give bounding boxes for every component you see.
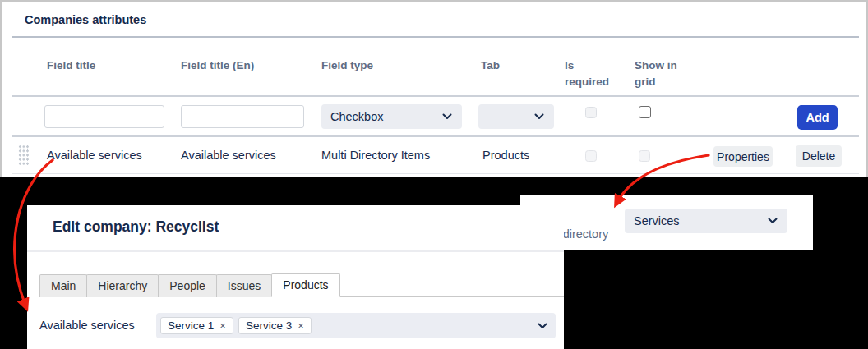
chevron-down-icon — [538, 323, 547, 329]
chip-label: Service 1 — [168, 319, 214, 332]
available-services-label: Available services — [39, 319, 135, 332]
dialog-tab-bar: Main Hierarchy People Issues Products — [39, 273, 564, 297]
dialog-title: Edit company: Recyclist — [53, 218, 219, 236]
field-title-en-input[interactable] — [181, 105, 304, 128]
tab-hierarchy[interactable]: Hierarchy — [86, 274, 159, 297]
row-bottom-divider — [12, 173, 859, 174]
show-in-grid-checkbox-new[interactable] — [639, 106, 651, 118]
cell-field-title-en: Available services — [181, 149, 276, 162]
input-row-divider — [12, 135, 859, 137]
cell-field-title: Available services — [47, 149, 142, 162]
column-header-field-type: Field type — [321, 57, 420, 74]
title-divider — [12, 36, 859, 38]
chip-service-3: Service 3 × — [238, 317, 312, 334]
field-type-select[interactable]: Checkbox — [321, 104, 462, 129]
chip-label: Service 3 — [246, 319, 292, 332]
column-header-field-title-en: Field title (En) — [181, 57, 296, 74]
edit-company-dialog: Edit company: Recyclist Main Hierarchy P… — [27, 205, 564, 349]
field-type-selected-value: Checkbox — [330, 110, 383, 123]
cell-tab: Products — [482, 149, 529, 162]
drag-handle-icon[interactable] — [18, 145, 30, 166]
cell-field-type: Multi Directory Items — [321, 149, 430, 162]
companies-attributes-panel: Companies attributes Field title Field t… — [0, 0, 868, 177]
tab-products[interactable]: Products — [271, 273, 339, 297]
show-in-grid-checkbox-row[interactable] — [639, 150, 650, 162]
user-directory-select[interactable]: Services — [625, 209, 787, 233]
user-directory-selected-value: Services — [634, 214, 680, 227]
callout-canvas: User directory Services Edit company: Re… — [0, 177, 868, 349]
available-services-multiselect[interactable]: Service 1 × Service 3 × — [156, 313, 556, 338]
tab-people[interactable]: People — [158, 274, 217, 297]
chip-remove-icon[interactable]: × — [298, 320, 304, 331]
chip-remove-icon[interactable]: × — [219, 320, 226, 331]
selected-chips: Service 1 × Service 3 × — [160, 317, 538, 334]
table-title: Companies attributes — [25, 13, 146, 26]
add-button[interactable]: Add — [797, 105, 838, 130]
chip-service-1: Service 1 × — [160, 317, 233, 334]
tab-select[interactable] — [478, 104, 554, 129]
chevron-down-icon — [442, 113, 452, 120]
tab-issues[interactable]: Issues — [216, 274, 272, 297]
column-header-show-in-grid: Show in grid — [635, 57, 684, 90]
properties-button[interactable]: Properties — [713, 146, 773, 167]
is-required-checkbox-row[interactable] — [585, 150, 597, 162]
delete-button[interactable]: Delete — [796, 145, 842, 167]
header-row-divider — [12, 95, 859, 97]
dialog-title-divider — [27, 250, 564, 252]
column-header-is-required: Is required — [565, 57, 614, 90]
screenshot-root: Companies attributes Field title Field t… — [0, 0, 868, 349]
column-header-tab: Tab — [481, 57, 530, 74]
properties-popup: User directory Services — [520, 195, 813, 250]
column-header-field-title: Field title — [47, 57, 145, 74]
is-required-checkbox-new[interactable] — [585, 107, 597, 118]
tab-main[interactable]: Main — [39, 274, 87, 297]
chevron-down-icon — [768, 218, 778, 224]
chevron-down-icon — [534, 113, 544, 120]
field-title-input[interactable] — [44, 105, 164, 128]
